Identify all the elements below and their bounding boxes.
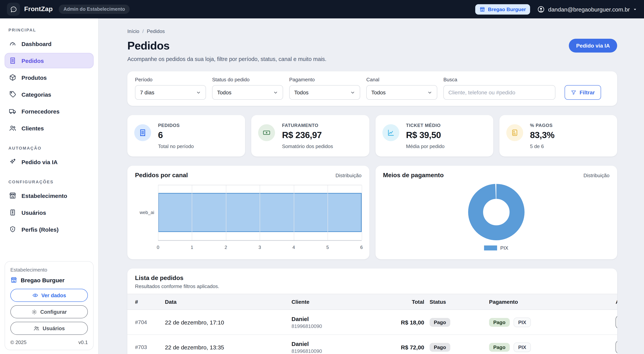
order-date: 22 de dezembro, 13:35 [165,344,292,350]
payment-label: Pagamento [289,77,360,82]
bar-chart-plot [158,185,362,241]
customer-name: Daniel [292,340,386,347]
stat-label: % PAGOS [530,123,554,128]
filter-button-label: Filtrar [580,89,595,96]
stat-caption: Total no período [158,144,194,149]
channel-value: Todos [371,89,386,96]
order-total: R$ 72,00 [386,344,430,350]
establishment-badge-label: Bregao Burguer [488,6,526,12]
payment-status-badge: Pago [489,343,510,352]
x-tick-label: 6 [360,245,363,250]
gridline [260,185,260,240]
sidebar-item-label: Categorias [22,91,51,98]
sidebar-item-label: Fornecedores [22,108,60,114]
payment-select[interactable]: Todos [289,85,360,100]
view-order-button[interactable] [616,340,617,354]
shield-icon [9,226,16,233]
sidebar-item-dashboard[interactable]: Dashboard [4,36,94,52]
payment-method-badge: PIX [514,342,531,352]
payment-method-badge: PIX [514,317,531,327]
table-header: # Data Cliente Total Status Pagamento Aç… [127,294,617,310]
ai-order-button[interactable]: Pedido via IA [569,39,617,52]
period-value: 7 dias [140,89,154,96]
receipt-icon [9,57,16,64]
configure-button[interactable]: Configurar [10,305,88,318]
channel-select[interactable]: Todos [366,85,437,100]
breadcrumb-separator: / [142,28,144,34]
column-header-data: Data [165,299,292,305]
sidebar-item-label: Usuários [22,209,46,216]
filter-button[interactable]: Filtrar [564,85,601,100]
app-logo[interactable] [7,3,20,16]
order-id: #704 [135,319,165,325]
channel-label: Canal [366,77,437,82]
sidebar-item-label: Pedido via IA [22,158,58,165]
chevron-down-icon [350,90,355,95]
id-card-icon [9,209,16,216]
order-id: #703 [135,344,165,350]
users-button[interactable]: Usuários [10,322,88,335]
legend-label: PIX [500,245,508,251]
payment-status-badge: Pago [489,318,510,326]
column-header-total: Total [386,299,430,305]
column-header-acoes: Ações [616,299,617,305]
breadcrumb-home[interactable]: Início [127,28,139,34]
stat-caption: Somatório dos pedidos [282,144,333,149]
sidebar-item-categorias[interactable]: Categorias [4,87,94,102]
establishment-badge[interactable]: Bregao Burguer [475,4,530,14]
role-badge: Admin do Estabelecimento [59,4,130,14]
charts-row: Pedidos por canal Distribuição web_ai 01… [127,166,617,259]
sidebar-item-estabelecimento[interactable]: Estabelecimento [4,188,94,203]
table-row: #703 22 de dezembro, 13:35 Daniel 819968… [127,335,617,354]
sidebar-item-clientes[interactable]: Clientes [4,120,94,136]
donut-segment-pix[interactable] [476,191,517,232]
orders-list-title: Lista de pedidos [135,274,610,282]
period-select[interactable]: 7 dias [135,85,206,100]
order-total: R$ 18,00 [386,319,430,326]
payment-value: Todos [294,89,308,96]
sidebar-item-fornecedores[interactable]: Fornecedores [4,104,94,119]
store-icon [10,276,17,284]
donut-legend: PIX [383,245,610,253]
gridline [294,185,294,240]
stat-value: 83,3% [530,130,554,140]
brand-name: FrontZap [24,5,53,13]
view-order-button[interactable] [616,316,617,329]
eye-icon [32,292,38,298]
y-axis-label: web_ai [140,210,154,215]
user-email: dandan@bregaoburguer.com.br [548,6,630,12]
user-menu[interactable]: dandan@bregaoburguer.com.br [537,5,637,13]
search-label: Busca [444,77,556,82]
sidebar-item-label: Clientes [22,125,44,131]
view-data-button[interactable]: Ver dados [10,289,88,302]
chevron-down-icon [273,90,278,95]
chevron-down-icon [427,90,432,95]
sidebar-item-produtos[interactable]: Produtos [4,70,94,85]
sidebar-item-perfis[interactable]: Perfis (Roles) [4,222,94,237]
sidebar-item-usuarios[interactable]: Usuários [4,205,94,220]
main-content: Início / Pedidos Pedidos Pedido via IA A… [98,18,644,354]
users-icon [9,124,16,132]
store-icon [9,192,16,200]
view-data-label: Ver dados [41,292,66,298]
orders-by-channel-chart: Pedidos por canal Distribuição web_ai 01… [127,166,369,259]
gridline [328,185,328,240]
status-label: Status do pedido [212,77,283,82]
stat-label: PEDIDOS [158,123,194,128]
search-input[interactable] [444,85,556,100]
status-select[interactable]: Todos [212,85,283,100]
filters-card: Período 7 dias Status do pedido Todos Pa… [127,71,617,106]
tag-icon [9,90,16,98]
sidebar-item-pedidos[interactable]: Pedidos [4,53,94,68]
customer-phone: 81996810090 [292,348,386,354]
column-header-cliente: Cliente [292,299,386,305]
section-label-configuracoes: CONFIGURAÇÕES [4,180,94,184]
breadcrumb-current: Pedidos [147,28,165,34]
column-header-pagamento: Pagamento [489,299,616,305]
chart-tag: Distribuição [336,172,362,178]
topbar: FrontZap Admin do Estabelecimento Bregao… [0,0,644,18]
bar-chart-ticks: 0123456 [158,243,362,253]
section-label-automacao: AUTOMAÇÃO [4,146,94,150]
page-title: Pedidos [127,39,170,52]
sidebar-item-pedido-via-ia[interactable]: Pedido via IA [4,154,94,170]
